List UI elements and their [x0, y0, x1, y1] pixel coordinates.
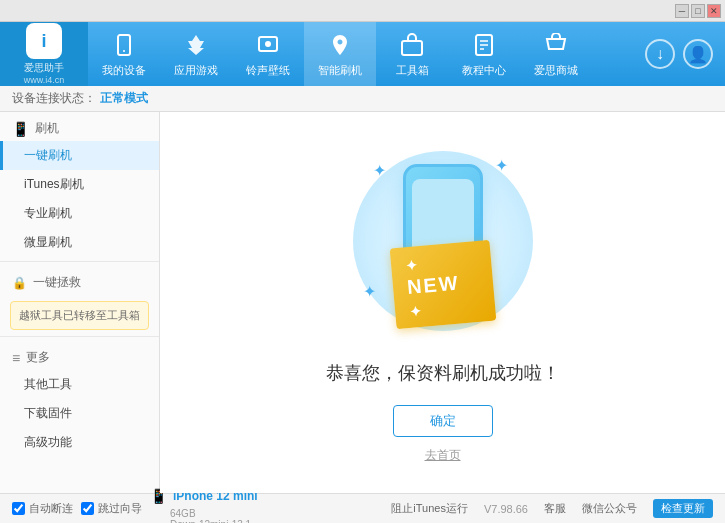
logo[interactable]: i 爱思助手 www.i4.cn	[0, 22, 88, 86]
toolbox-icon	[398, 31, 426, 59]
tutorial-icon	[470, 31, 498, 59]
flash-group-icon: 📱	[12, 121, 29, 137]
nav-my-device[interactable]: 我的设备	[88, 22, 160, 86]
status-value: 正常模式	[100, 90, 148, 107]
store-icon	[542, 31, 570, 59]
auto-dismiss-input[interactable]	[12, 502, 25, 515]
window-controls: ─ □ ✕	[675, 4, 721, 18]
more-icon: ≡	[12, 350, 20, 366]
sidebar-group-flash: 📱 刷机	[0, 112, 159, 141]
skip-wizard-checkbox[interactable]: 跳过向导	[81, 501, 142, 516]
nav-istore[interactable]: 爱思商城	[520, 22, 592, 86]
sidebar-group-rescue: 🔒 一键拯救	[0, 266, 159, 295]
nav-smart-flash[interactable]: 智能刷机	[304, 22, 376, 86]
confirm-button[interactable]: 确定	[393, 405, 493, 437]
illustration-inner: NEW ✦ ✦ ✦	[343, 141, 543, 341]
apps-icon	[182, 31, 210, 59]
lock-icon: 🔒	[12, 276, 27, 290]
device-storage: 64GB	[150, 508, 196, 519]
sidebar: 📱 刷机 一键刷机 iTunes刷机 专业刷机 微显刷机 🔒 一键拯救 越狱工具…	[0, 112, 160, 493]
success-text: 恭喜您，保资料刷机成功啦！	[326, 361, 560, 385]
sidebar-group-title-rescue: 一键拯救	[33, 274, 81, 291]
sparkle-1: ✦	[373, 161, 386, 180]
title-bar: ─ □ ✕	[0, 0, 725, 22]
nav-toolbox[interactable]: 工具箱	[376, 22, 448, 86]
svg-point-1	[123, 50, 125, 52]
sidebar-item-other-tools[interactable]: 其他工具	[0, 370, 159, 399]
nav-ringtone[interactable]: 铃声壁纸	[232, 22, 304, 86]
check-update-btn[interactable]: 检查更新	[653, 499, 713, 518]
auto-dismiss-checkbox[interactable]: 自动断连	[12, 501, 73, 516]
sidebar-warning-box: 越狱工具已转移至工具箱	[10, 301, 149, 330]
nav-tutorial[interactable]: 教程中心	[448, 22, 520, 86]
flash-icon	[326, 31, 354, 59]
sidebar-divider-1	[0, 261, 159, 262]
device-icon	[110, 31, 138, 59]
sparkle-2: ✦	[495, 156, 508, 175]
main-layout: 📱 刷机 一键刷机 iTunes刷机 专业刷机 微显刷机 🔒 一键拯救 越狱工具…	[0, 112, 725, 493]
user-btn[interactable]: 👤	[683, 39, 713, 69]
svg-rect-4	[402, 41, 422, 55]
device-version: Down-12mini-13,1	[150, 519, 251, 524]
ringtone-icon	[254, 31, 282, 59]
minimize-btn[interactable]: ─	[675, 4, 689, 18]
nav-apps-games[interactable]: 应用游戏	[160, 22, 232, 86]
stop-itunes-link[interactable]: 阻止iTunes运行	[391, 501, 468, 516]
footer-right: 阻止iTunes运行 V7.98.66 客服 微信公众号 检查更新	[391, 499, 713, 518]
sidebar-item-micro-flash[interactable]: 微显刷机	[0, 228, 159, 257]
sidebar-divider-2	[0, 336, 159, 337]
content-area: NEW ✦ ✦ ✦ 恭喜您，保资料刷机成功啦！ 确定 去首页	[160, 112, 725, 493]
sidebar-group-more: ≡ 更多	[0, 341, 159, 370]
sidebar-item-one-click-flash[interactable]: 一键刷机	[0, 141, 159, 170]
sparkle-3: ✦	[363, 282, 376, 301]
close-btn[interactable]: ✕	[707, 4, 721, 18]
sidebar-more-title-label: 更多	[26, 349, 50, 366]
footer: 自动断连 跳过向导 📱 iPhone 12 mini 64GB Down-12m…	[0, 493, 725, 523]
maximize-btn[interactable]: □	[691, 4, 705, 18]
footer-left: 自动断连 跳过向导	[12, 501, 142, 516]
goto-today-link[interactable]: 去首页	[425, 447, 461, 464]
wechat-link[interactable]: 微信公众号	[582, 501, 637, 516]
sidebar-item-pro-flash[interactable]: 专业刷机	[0, 199, 159, 228]
nav-items: 我的设备 应用游戏 铃声壁纸	[88, 22, 645, 86]
customer-service-link[interactable]: 客服	[544, 501, 566, 516]
download-btn[interactable]: ↓	[645, 39, 675, 69]
header: i 爱思助手 www.i4.cn 我的设备 应用游戏	[0, 22, 725, 86]
svg-point-3	[265, 41, 271, 47]
sidebar-item-download-firmware[interactable]: 下载固件	[0, 399, 159, 428]
new-badge: NEW	[389, 240, 496, 329]
nav-right: ↓ 👤	[645, 39, 725, 69]
success-illustration: NEW ✦ ✦ ✦	[343, 141, 543, 341]
logo-text: 爱思助手 www.i4.cn	[24, 61, 65, 85]
sidebar-item-itunes-flash[interactable]: iTunes刷机	[0, 170, 159, 199]
status-label: 设备连接状态：	[12, 90, 96, 107]
logo-icon: i	[26, 23, 62, 59]
status-bar: 设备连接状态： 正常模式	[0, 86, 725, 112]
footer-version: V7.98.66	[484, 503, 528, 515]
skip-wizard-input[interactable]	[81, 502, 94, 515]
sidebar-item-advanced[interactable]: 高级功能	[0, 428, 159, 457]
sidebar-group-title-flash: 刷机	[35, 120, 59, 137]
